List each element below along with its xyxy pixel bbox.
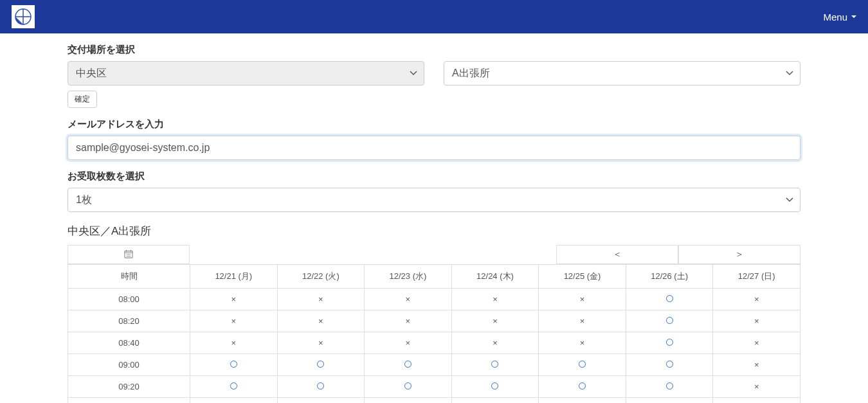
slot-cell: × [713, 376, 800, 398]
date-header: 12/25 (金) [539, 265, 626, 289]
slot-cell: × [713, 398, 800, 404]
slot-cell[interactable] [451, 376, 539, 398]
available-icon [491, 361, 498, 368]
slot-cell[interactable] [451, 398, 539, 404]
slot-cell[interactable] [626, 354, 713, 376]
time-cell: 08:00 [68, 289, 190, 310]
slot-cell[interactable] [626, 310, 713, 332]
table-row: 08:20×××××× [68, 310, 800, 332]
ward-select[interactable]: 中央区 [68, 61, 424, 85]
available-icon [317, 382, 324, 390]
available-icon [404, 382, 411, 390]
available-icon [404, 361, 411, 368]
calendar-button[interactable] [68, 245, 190, 264]
slot-cell: × [277, 310, 365, 332]
schedule-title: 中央区／A出張所 [68, 224, 800, 238]
available-icon [666, 339, 673, 346]
slot-cell: × [365, 332, 452, 354]
quantity-select-label: お受取枚数を選択 [68, 170, 800, 183]
slot-cell: × [539, 332, 626, 354]
slot-cell: × [713, 289, 800, 310]
slot-cell[interactable] [626, 398, 713, 404]
available-icon [491, 382, 498, 390]
available-icon [579, 361, 586, 368]
slot-cell[interactable] [277, 398, 365, 404]
slot-cell[interactable] [626, 376, 713, 398]
slot-cell: × [451, 310, 539, 332]
next-week-button[interactable]: ＞ [678, 245, 800, 264]
table-row: 08:00×××××× [68, 289, 800, 310]
slot-cell: × [713, 354, 800, 376]
menu-label: Menu [823, 12, 847, 22]
time-cell: 09:40 [68, 398, 190, 404]
email-input-label: メールアドレスを入力 [68, 118, 800, 130]
email-field[interactable] [68, 136, 800, 160]
table-row: 09:00× [68, 354, 800, 376]
slot-cell: × [713, 310, 800, 332]
location-select-label: 交付場所を選択 [68, 44, 800, 56]
time-cell: 08:40 [68, 332, 190, 354]
time-cell: 09:20 [68, 376, 190, 398]
slot-cell[interactable] [365, 376, 452, 398]
slot-cell: × [190, 310, 278, 332]
slot-cell: × [190, 289, 278, 310]
slot-cell[interactable] [539, 354, 626, 376]
slot-cell: × [451, 332, 539, 354]
available-icon [230, 382, 237, 390]
slot-cell: × [277, 289, 365, 310]
slot-cell[interactable] [190, 376, 278, 398]
slot-cell[interactable] [626, 289, 713, 310]
date-header: 12/21 (月) [190, 265, 278, 289]
slot-cell: × [713, 332, 800, 354]
available-icon [666, 361, 673, 368]
slot-cell: × [451, 289, 539, 310]
table-row: 09:40× [68, 398, 800, 404]
time-cell: 08:20 [68, 310, 190, 332]
date-header: 12/26 (土) [626, 265, 713, 289]
confirm-button[interactable]: 確定 [68, 91, 97, 108]
date-header: 12/24 (木) [451, 265, 539, 289]
menu-dropdown[interactable]: Menu [823, 12, 856, 22]
slot-cell[interactable] [365, 398, 452, 404]
slot-cell[interactable] [539, 376, 626, 398]
slot-cell[interactable] [190, 354, 278, 376]
schedule-table: 時間12/21 (月)12/22 (火)12/23 (水)12/24 (木)12… [68, 264, 800, 403]
available-icon [666, 295, 673, 302]
slot-cell: × [277, 332, 365, 354]
slot-cell[interactable] [277, 354, 365, 376]
date-header: 12/22 (火) [277, 265, 365, 289]
slot-cell: × [539, 310, 626, 332]
slot-cell[interactable] [626, 332, 713, 354]
available-icon [579, 382, 586, 390]
date-header: 12/23 (水) [365, 265, 452, 289]
slot-cell[interactable] [190, 398, 278, 404]
slot-cell[interactable] [277, 376, 365, 398]
logo-icon [14, 7, 33, 26]
slot-cell[interactable] [539, 398, 626, 404]
chevron-down-icon [851, 15, 856, 18]
navbar: Menu [0, 0, 868, 33]
schedule-toolbar: ＜ ＞ [68, 245, 800, 264]
time-cell: 09:00 [68, 354, 190, 376]
slot-cell: × [365, 289, 452, 310]
available-icon [317, 361, 324, 368]
quantity-select[interactable]: 1枚 [68, 188, 800, 212]
available-icon [666, 317, 673, 324]
table-row: 08:40×××××× [68, 332, 800, 354]
available-icon [666, 382, 673, 390]
prev-week-button[interactable]: ＜ [556, 245, 678, 264]
slot-cell[interactable] [451, 354, 539, 376]
office-select[interactable]: A出張所 [444, 61, 800, 85]
calendar-icon [124, 249, 133, 260]
slot-cell: × [539, 289, 626, 310]
slot-cell[interactable] [365, 354, 452, 376]
slot-cell: × [365, 310, 452, 332]
app-logo [12, 5, 35, 28]
slot-cell: × [190, 332, 278, 354]
table-row: 09:20× [68, 376, 800, 398]
date-header: 12/27 (日) [713, 265, 800, 289]
available-icon [230, 361, 237, 368]
time-header: 時間 [68, 265, 190, 289]
